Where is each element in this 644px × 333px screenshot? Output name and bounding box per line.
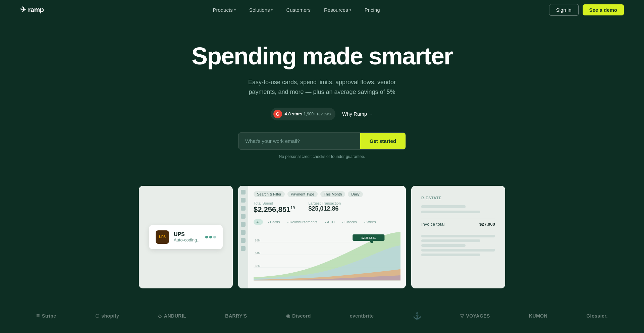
sidebar-icon-6 bbox=[241, 230, 246, 235]
tab-checks[interactable]: • Checks bbox=[339, 219, 360, 225]
rating-text: 4.8 stars 1,900+ reviews bbox=[285, 111, 331, 116]
hero-subtitle: Easy-to-use cards, spend limits, approva… bbox=[238, 77, 406, 97]
invoice-line-1 bbox=[421, 205, 466, 208]
shopify-label: shopify bbox=[101, 313, 119, 319]
sidebar-icon-4 bbox=[241, 214, 246, 219]
why-ramp-link[interactable]: Why Ramp → bbox=[342, 111, 373, 117]
nav-resources[interactable]: Resources ▾ bbox=[319, 4, 357, 15]
sidebar-icon-8 bbox=[241, 246, 246, 251]
ups-name: UPS bbox=[174, 231, 201, 237]
logo-text: ramp bbox=[28, 6, 44, 14]
ups-status: Auto-coding... bbox=[174, 237, 201, 242]
tab-all[interactable]: All bbox=[254, 219, 263, 225]
logo-eventbrite: eventbrite bbox=[350, 313, 374, 319]
chevron-down-icon: ▾ bbox=[350, 8, 351, 12]
card-sidebar bbox=[238, 186, 248, 288]
logo-glossier: Glossier. bbox=[586, 313, 608, 319]
hero-title: Spending made smarter bbox=[192, 43, 452, 69]
sidebar-icon-2 bbox=[241, 198, 246, 203]
shopify-icon: ⬡ bbox=[95, 313, 100, 319]
svg-text:$4M: $4M bbox=[255, 252, 261, 255]
nav-pricing[interactable]: Pricing bbox=[359, 4, 385, 15]
chevron-down-icon: ▾ bbox=[234, 8, 236, 12]
logo-stripe: ≡ Stripe bbox=[36, 312, 56, 319]
invoice-detail-5 bbox=[421, 254, 480, 256]
get-started-button[interactable]: Get started bbox=[360, 133, 406, 149]
logo-shopify: ⬡ shopify bbox=[95, 313, 119, 319]
filter-month[interactable]: This Month bbox=[320, 191, 345, 197]
email-form: Get started bbox=[238, 132, 406, 150]
logo-barrys: BARRY'S bbox=[225, 313, 247, 319]
chart-content: Search & Filter Payment Type This Month … bbox=[248, 186, 406, 288]
svg-text:$2M: $2M bbox=[255, 264, 261, 268]
sidebar-icon-7 bbox=[241, 238, 246, 243]
ups-logo: UPS bbox=[156, 230, 169, 244]
invoice-logo-section bbox=[421, 205, 495, 213]
chart-label-secondary: Largest Transaction bbox=[308, 201, 341, 205]
anduril-label: ANDURIL bbox=[164, 313, 186, 319]
chart-amounts: Total Spend $2,256,85119 Largest Transac… bbox=[254, 201, 400, 214]
logo-kumon: KUMON bbox=[529, 313, 547, 319]
signin-button[interactable]: Sign in bbox=[549, 4, 579, 16]
nav-customers[interactable]: Customers bbox=[281, 4, 316, 15]
chart-amount-secondary-block: Largest Transaction $25,012.86 bbox=[308, 201, 341, 214]
chart-svg: $2,256,851 $6M $4M $2M bbox=[254, 228, 400, 282]
invoice-total-row: Invoice total $27,000 bbox=[421, 219, 495, 229]
logos-bar: ≡ Stripe ⬡ shopify ◇ ANDURIL BARRY'S ◉ D… bbox=[0, 305, 644, 327]
invoice-detail-lines bbox=[421, 235, 495, 256]
email-input[interactable] bbox=[238, 133, 360, 149]
demo-button[interactable]: See a demo bbox=[583, 4, 624, 15]
chart-label-main: Total Spend bbox=[254, 201, 295, 205]
logo-discord: ◉ Discord bbox=[286, 313, 311, 319]
invoice-detail-2 bbox=[421, 239, 480, 242]
filter-payment[interactable]: Payment Type bbox=[287, 191, 318, 197]
invoice-detail-3 bbox=[421, 244, 466, 247]
invoice-line-2 bbox=[421, 211, 480, 213]
nav-solutions[interactable]: Solutions ▾ bbox=[244, 4, 278, 15]
invoice-value: $27,000 bbox=[479, 222, 495, 227]
invoice-detail-4 bbox=[421, 249, 495, 252]
chart-amount-main-block: Total Spend $2,256,85119 bbox=[254, 201, 295, 214]
logo-anduril: ◇ ANDURIL bbox=[158, 313, 186, 319]
tab-wires[interactable]: • Wires bbox=[362, 219, 379, 225]
dot-1 bbox=[205, 236, 208, 238]
voyages-icon: ▽ bbox=[460, 313, 464, 319]
unknown-icon: ⚓ bbox=[413, 312, 422, 320]
dot-3 bbox=[213, 236, 216, 238]
eventbrite-label: eventbrite bbox=[350, 313, 374, 319]
chart-main-suffix: 19 bbox=[290, 205, 295, 210]
g-logo: G bbox=[273, 110, 282, 118]
navbar: ✈ ramp Products ▾ Solutions ▾ Customers … bbox=[0, 0, 644, 19]
rating-badge: G 4.8 stars 1,900+ reviews bbox=[271, 108, 335, 120]
logo[interactable]: ✈ ramp bbox=[20, 5, 44, 14]
dot-2 bbox=[209, 236, 212, 238]
filter-search[interactable]: Search & Filter bbox=[254, 191, 285, 197]
anduril-icon: ◇ bbox=[158, 313, 162, 319]
barrys-label: BARRY'S bbox=[225, 313, 247, 319]
chart-tabs: All • Cards • Reimbursements • ACH • Che… bbox=[254, 219, 400, 225]
svg-text:$2,256,851: $2,256,851 bbox=[361, 236, 376, 239]
sidebar-icon-3 bbox=[241, 206, 246, 211]
nav-products[interactable]: Products ▾ bbox=[208, 4, 241, 15]
glossier-label: Glossier. bbox=[586, 313, 608, 319]
sidebar-icon-1 bbox=[241, 190, 246, 195]
voyages-label: VOYAGES bbox=[466, 313, 490, 319]
tab-cards[interactable]: • Cards bbox=[265, 219, 282, 225]
discord-label: Discord bbox=[292, 313, 311, 319]
ups-card: UPS UPS Auto-coding... bbox=[139, 186, 233, 288]
stripe-icon: ≡ bbox=[36, 312, 40, 319]
chevron-down-icon: ▾ bbox=[271, 8, 273, 12]
discord-icon: ◉ bbox=[286, 313, 290, 319]
tab-ach[interactable]: • ACH bbox=[322, 219, 338, 225]
invoice-brand: R.ESTATE bbox=[421, 196, 495, 200]
chart-secondary-value: $25,012.86 bbox=[308, 205, 341, 212]
invoice-card: R.ESTATE Invoice total $27,000 bbox=[411, 186, 505, 288]
tab-reimbursements[interactable]: • Reimbursements bbox=[284, 219, 320, 225]
logo-icon: ✈ bbox=[20, 5, 26, 14]
stripe-label: Stripe bbox=[42, 313, 56, 319]
logo-voyages: ▽ VOYAGES bbox=[460, 313, 490, 319]
sidebar-icon-5 bbox=[241, 222, 246, 227]
filter-daily[interactable]: Daily bbox=[348, 191, 363, 197]
logo-unknown: ⚓ bbox=[413, 312, 422, 320]
svg-text:$6M: $6M bbox=[255, 239, 261, 242]
